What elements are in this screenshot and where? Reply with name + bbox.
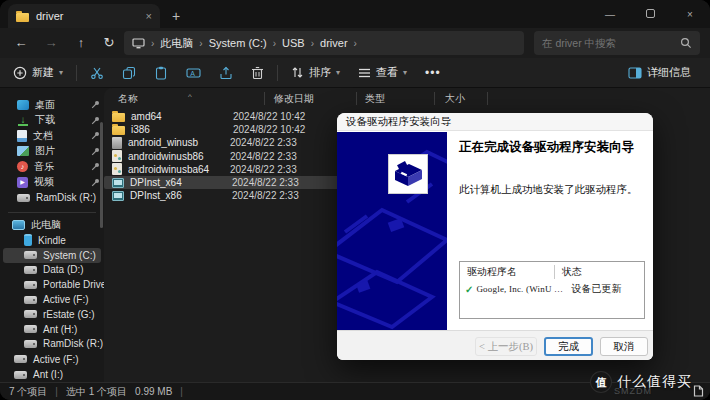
tab-strip: driver × + — ×: [0, 0, 710, 28]
trash-icon: [251, 66, 264, 80]
sidebar-item-ant-clipped[interactable]: Ant (I:): [0, 367, 104, 382]
back-button[interactable]: ←: [10, 32, 32, 54]
toolbar-divider: [76, 65, 77, 81]
sidebar-item-desktop[interactable]: 桌面: [0, 97, 104, 113]
sidebar-item-downloads[interactable]: ↓ 下载: [0, 113, 104, 129]
sidebar-item-ramdisk[interactable]: RamDisk (R:): [0, 190, 104, 206]
details-pane-button[interactable]: 详细信息: [619, 60, 700, 86]
maximize-button[interactable]: [630, 9, 670, 20]
explorer-window: driver × + — × ← → ↑ ↻ › 此电脑 › System (C…: [0, 0, 710, 400]
dialog-title[interactable]: 设备驱动程序安装向导: [337, 113, 653, 131]
application-file-icon: [112, 178, 124, 188]
file-date: 2024/8/22 10:42: [233, 124, 305, 135]
sidebar-item-data-d[interactable]: Data (D:): [0, 263, 104, 278]
details-pane-icon: [628, 67, 642, 79]
sidebar-item-active-f[interactable]: Active (F:): [0, 292, 104, 307]
cut-button[interactable]: [81, 60, 113, 86]
sidebar-item-label: 视频: [34, 175, 54, 189]
sidebar-item-label: rEstate (G:): [43, 309, 95, 320]
up-button[interactable]: ↑: [70, 32, 92, 54]
driver-status-table: 驱动程序名 状态 ✓ Google, Inc. (WinU … 设备已更新: [459, 261, 645, 319]
forward-button[interactable]: →: [40, 32, 62, 54]
sidebar-item-label: System (C:): [43, 250, 96, 261]
breadcrumb[interactable]: › 此电脑 › System (C:) › USB › driver ›: [124, 31, 524, 55]
sidebar-scrollbar[interactable]: [100, 122, 103, 228]
refresh-button[interactable]: ↻: [98, 32, 120, 54]
search-icon: [680, 37, 692, 49]
sidebar-item-active-f-2[interactable]: Active (F:): [0, 351, 104, 367]
tab-close-icon[interactable]: ×: [146, 10, 152, 22]
tab-title: driver: [36, 10, 139, 22]
search-box[interactable]: [534, 31, 700, 55]
sidebar-item-system-c[interactable]: System (C:): [3, 248, 101, 263]
file-name: DPInst_x64: [130, 177, 232, 188]
music-icon: ♪: [17, 161, 28, 172]
sidebar-item-portable-drive[interactable]: Portable Drive: [0, 277, 104, 292]
sidebar-item-restate-g[interactable]: rEstate (G:): [0, 307, 104, 322]
sort-button[interactable]: 排序 ▾: [282, 60, 349, 86]
sidebar-item-ant-h[interactable]: Ant (H:): [0, 322, 104, 337]
crumb-separator: ›: [151, 38, 154, 49]
success-check-icon: ✓: [465, 284, 473, 295]
file-name: androidwinusb86: [128, 151, 230, 162]
delete-button[interactable]: [242, 60, 273, 86]
column-type[interactable]: 类型: [365, 92, 385, 106]
selection-size: 0.99 MB: [135, 386, 172, 397]
new-button[interactable]: 新建 ▾: [4, 60, 72, 86]
close-button[interactable]: ×: [670, 9, 710, 20]
driver-name: Google, Inc. (WinU …: [476, 284, 563, 294]
sidebar-item-label: 音乐: [34, 160, 54, 174]
drive-icon: [24, 325, 37, 333]
sort-icon: [291, 66, 304, 79]
column-divider[interactable]: [264, 92, 265, 105]
rename-button[interactable]: A: [177, 60, 210, 86]
view-button[interactable]: 查看 ▾: [349, 60, 416, 86]
downloads-icon: ↓: [17, 115, 29, 126]
column-date[interactable]: 修改日期: [274, 92, 314, 106]
tab-driver[interactable]: driver ×: [8, 4, 160, 28]
share-button[interactable]: [210, 60, 242, 86]
wizard-message: 此计算机上成功地安装了此驱动程序。: [459, 183, 645, 197]
sidebar-item-videos[interactable]: ▶ 视频: [0, 175, 104, 191]
quick-access-section: 桌面 ↓ 下载 文档 图片 ♪ 音乐: [0, 88, 104, 206]
sidebar-item-this-pc[interactable]: 此电脑: [0, 218, 104, 234]
plus-circle-icon: [13, 66, 27, 80]
file-name: android_winusb: [128, 137, 230, 148]
crumb-usb[interactable]: USB: [282, 37, 305, 49]
navigation-pane: 桌面 ↓ 下载 文档 图片 ♪ 音乐: [0, 88, 104, 382]
drive-icon: [24, 251, 37, 259]
new-tab-button[interactable]: +: [172, 4, 180, 28]
column-divider[interactable]: [434, 92, 435, 105]
smzdm-logo-icon: 值: [591, 372, 611, 392]
sidebar-item-music[interactable]: ♪ 音乐: [0, 159, 104, 175]
sidebar-item-label: 下载: [35, 113, 55, 127]
search-input[interactable]: [542, 37, 680, 49]
sidebar-item-ramdisk-r[interactable]: RamDisk (R:): [0, 337, 104, 352]
sidebar-item-label: 图片: [35, 144, 55, 158]
back-step-button[interactable]: < 上一步(B): [475, 337, 537, 356]
crumb-separator: ›: [199, 38, 202, 49]
column-divider[interactable]: [356, 92, 357, 105]
sidebar-item-pictures[interactable]: 图片: [0, 144, 104, 160]
drive-icon: [24, 296, 37, 304]
copy-button[interactable]: [113, 60, 145, 86]
cancel-button[interactable]: 取消: [600, 337, 648, 356]
sidebar-item-documents[interactable]: 文档: [0, 128, 104, 144]
smzdm-watermark: 值 什么值得买 SMZDM: [591, 372, 692, 392]
dll-file-icon: [112, 150, 122, 162]
column-name[interactable]: 名称: [118, 92, 138, 106]
more-options-button[interactable]: •••: [416, 60, 450, 86]
sidebar-item-kindle[interactable]: Kindle: [0, 233, 104, 248]
window-controls: — ×: [590, 0, 710, 28]
crumb-driver[interactable]: driver: [320, 37, 348, 49]
driver-table-row[interactable]: ✓ Google, Inc. (WinU … 设备已更新: [460, 280, 644, 296]
crumb-this-pc[interactable]: 此电脑: [160, 36, 193, 51]
minimize-button[interactable]: —: [590, 9, 630, 20]
column-divider[interactable]: [487, 92, 488, 105]
crumb-system-c[interactable]: System (C:): [209, 37, 267, 49]
watermark-page-icon: [693, 385, 704, 397]
finish-button[interactable]: 完成: [544, 337, 593, 356]
paste-button[interactable]: [145, 60, 177, 86]
column-size[interactable]: 大小: [445, 92, 465, 106]
drive-icon: [14, 371, 27, 379]
